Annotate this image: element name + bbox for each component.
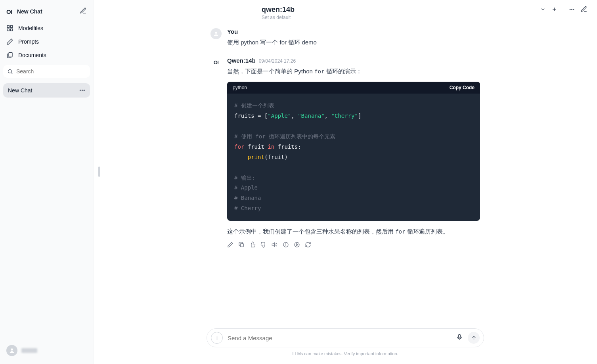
nav-label: Modelfiles xyxy=(18,25,43,31)
svg-point-8 xyxy=(572,9,572,10)
microphone-icon[interactable] xyxy=(456,333,463,342)
svg-point-10 xyxy=(215,32,217,34)
user-avatar xyxy=(210,28,222,39)
code-block: python Copy Code # 创建一个列表 fruits = ["App… xyxy=(227,82,480,221)
copy-icon[interactable] xyxy=(238,241,245,248)
svg-point-5 xyxy=(8,69,12,73)
nav-label: Documents xyxy=(18,52,46,58)
svg-point-7 xyxy=(570,9,570,10)
message-text: 这个示例中，我们创建了一个包含三种水果名称的列表，然后用 for 循环遍历列表。 xyxy=(227,226,480,237)
nav-modelfiles[interactable]: Modelfiles xyxy=(3,21,90,35)
chat-item-menu-icon[interactable]: ••• xyxy=(79,87,85,94)
svg-rect-4 xyxy=(9,52,12,57)
pencil-icon xyxy=(6,38,13,45)
assistant-avatar: OI xyxy=(210,57,222,68)
edit-icon[interactable] xyxy=(227,241,233,248)
user-message: You 使用 python 写一个 for 循环 demo xyxy=(210,28,480,48)
divider xyxy=(563,6,563,14)
send-button[interactable] xyxy=(468,332,480,344)
chat-item-label: New Chat xyxy=(8,87,32,94)
user-menu[interactable] xyxy=(3,342,90,359)
message-input-box xyxy=(207,328,484,347)
message-text: 当然，下面是一个简单的 Python for 循环的演示： xyxy=(227,66,480,77)
svg-rect-3 xyxy=(11,29,13,31)
edit-icon[interactable] xyxy=(580,6,587,14)
message-author: You xyxy=(227,28,238,35)
nav-prompts[interactable]: Prompts xyxy=(3,35,90,48)
plus-icon[interactable] xyxy=(551,6,557,14)
document-icon xyxy=(6,52,13,59)
search-box[interactable] xyxy=(3,65,90,78)
model-selector[interactable]: qwen:14b xyxy=(262,6,295,14)
svg-rect-0 xyxy=(7,25,9,27)
thumbs-down-icon[interactable] xyxy=(260,241,267,248)
message-text: 使用 python 写一个 for 循环 demo xyxy=(227,37,480,48)
regenerate-icon[interactable] xyxy=(305,241,311,248)
search-input[interactable] xyxy=(16,68,86,75)
new-chat-icon[interactable] xyxy=(80,7,87,16)
copy-code-button[interactable]: Copy Code xyxy=(450,85,475,90)
svg-rect-11 xyxy=(240,243,243,247)
svg-rect-2 xyxy=(7,29,9,31)
brand-logo: OI xyxy=(6,8,12,15)
nav-documents[interactable]: Documents xyxy=(3,48,90,62)
attach-button[interactable] xyxy=(211,332,223,344)
footer-disclaimer: LLMs can make mistakes. Verify important… xyxy=(292,351,398,356)
chat-history-item[interactable]: New Chat ••• xyxy=(3,83,90,98)
svg-rect-1 xyxy=(11,25,13,27)
svg-point-13 xyxy=(286,243,286,244)
svg-point-14 xyxy=(295,242,299,247)
svg-point-6 xyxy=(11,349,13,351)
code-content: # 创建一个列表 fruits = ["Apple", "Banana", "C… xyxy=(227,94,480,221)
chevron-down-icon[interactable] xyxy=(540,6,546,14)
set-default-link[interactable]: Set as default xyxy=(262,15,295,20)
svg-point-9 xyxy=(573,9,574,10)
svg-rect-15 xyxy=(459,334,461,338)
more-icon[interactable] xyxy=(569,6,575,14)
sidebar: OI New Chat Modelfiles Prompts Documents… xyxy=(0,0,94,364)
message-author: Qwen:14b xyxy=(227,57,256,64)
message-actions xyxy=(227,241,480,248)
sidebar-title[interactable]: New Chat xyxy=(17,8,42,15)
username xyxy=(21,348,37,353)
assistant-message: OI Qwen:14b 09/04/2024 17:26 当然，下面是一个简单的… xyxy=(210,57,480,248)
speaker-icon[interactable] xyxy=(272,241,278,248)
avatar xyxy=(6,345,17,356)
play-icon[interactable] xyxy=(294,241,300,248)
thumbs-up-icon[interactable] xyxy=(249,241,256,248)
search-icon xyxy=(7,69,13,75)
grid-icon xyxy=(6,25,13,32)
info-icon[interactable] xyxy=(283,241,289,248)
nav-label: Prompts xyxy=(18,38,39,45)
code-lang: python xyxy=(233,85,247,90)
message-input[interactable] xyxy=(228,335,451,341)
message-timestamp: 09/04/2024 17:26 xyxy=(259,58,296,64)
